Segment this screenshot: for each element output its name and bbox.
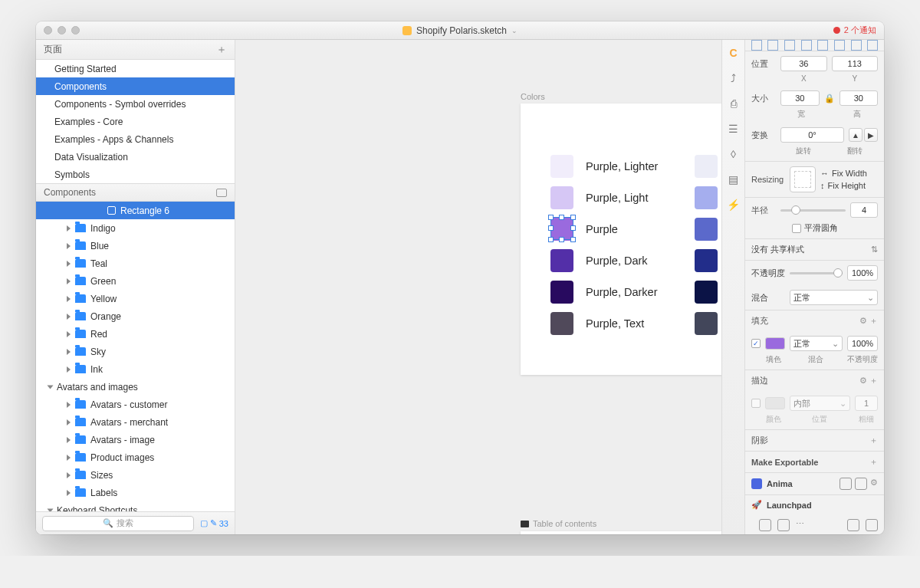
lp-tool3-icon[interactable] <box>847 519 859 531</box>
color-swatch-row[interactable]: Indigo, Text <box>695 312 721 335</box>
blend-select[interactable]: 正常⌄ <box>790 290 878 305</box>
page-item[interactable]: Examples - Apps & Channels <box>36 130 235 148</box>
color-swatch[interactable] <box>695 155 718 178</box>
export-icon[interactable]: ⤴ <box>727 71 740 84</box>
page-item[interactable]: Getting Started <box>36 60 235 77</box>
artboard-label-colors[interactable]: Colors <box>521 92 545 101</box>
layer-folder[interactable]: Orange <box>36 307 235 325</box>
layer-folder[interactable]: Green <box>36 272 235 290</box>
lp-tool4-icon[interactable] <box>866 519 878 531</box>
add-export-icon[interactable]: ＋ <box>869 456 878 468</box>
color-swatch-row[interactable]: Purple, Lighter <box>550 155 658 178</box>
flip-h-icon[interactable]: ▲ <box>849 128 863 142</box>
radius-input[interactable]: 4 <box>850 202 878 218</box>
color-swatch-row[interactable]: Purple, Darker <box>550 281 657 304</box>
page-item[interactable]: Components <box>36 77 235 95</box>
fix-width-toggle[interactable]: Fix Width <box>832 169 867 178</box>
layer-folder[interactable]: Yellow <box>36 290 235 307</box>
color-swatch-row[interactable]: Purple, Dark <box>550 249 648 272</box>
gear-icon[interactable]: ⚙ <box>859 376 867 385</box>
stroke-enabled-checkbox[interactable] <box>751 399 761 408</box>
align-top-icon[interactable] <box>801 40 812 51</box>
list-icon[interactable]: ☰ <box>727 122 740 135</box>
layer-folder[interactable]: Avatars - customer <box>36 396 235 413</box>
color-swatch-row[interactable]: Indigo, Dark <box>695 249 721 272</box>
export-section-header[interactable]: Make Exportable ＋ <box>745 452 884 472</box>
add-fill-icon[interactable]: ＋ <box>869 316 878 325</box>
stroke-width-input[interactable]: 1 <box>855 396 878 411</box>
anima-opt2-icon[interactable] <box>855 478 867 490</box>
align-center-h-icon[interactable] <box>767 40 778 51</box>
fill-blend-select[interactable]: 正常⌄ <box>790 336 843 351</box>
color-swatch[interactable] <box>550 312 573 335</box>
fill-enabled-checkbox[interactable]: ✓ <box>751 339 761 348</box>
radius-slider[interactable] <box>780 209 846 212</box>
page-item[interactable]: Symbols <box>36 166 235 183</box>
color-swatch[interactable] <box>695 281 718 304</box>
align-bottom-icon[interactable] <box>834 40 845 51</box>
plugin-anima[interactable]: Anima ⚙ <box>745 473 884 494</box>
distribute-h-icon[interactable] <box>851 40 862 51</box>
plugin-launchpad[interactable]: 🚀Launchpad <box>745 495 884 514</box>
bolt-icon[interactable]: ⚡ <box>727 198 740 211</box>
layer-folder[interactable]: Red <box>36 325 235 343</box>
add-page-icon[interactable]: ＋ <box>216 43 227 57</box>
color-swatch[interactable] <box>550 281 573 304</box>
color-swatch-row[interactable]: Purple, Light <box>550 186 648 209</box>
page-item[interactable]: Examples - Core <box>36 113 235 130</box>
layer-folder[interactable]: Avatars - merchant <box>36 413 235 431</box>
lock-icon[interactable]: 🔒 <box>824 94 835 103</box>
zoom-window-icon[interactable] <box>71 26 80 34</box>
stroke-color-swatch[interactable] <box>765 397 785 409</box>
fix-height-toggle[interactable]: Fix Height <box>828 181 866 190</box>
align-center-v-icon[interactable] <box>817 40 828 51</box>
layer-folder[interactable]: Sky <box>36 343 235 360</box>
add-shadow-icon[interactable]: ＋ <box>869 435 878 446</box>
color-swatch[interactable] <box>550 155 573 178</box>
width-input[interactable]: 30 <box>780 90 820 106</box>
fill-color-swatch[interactable] <box>765 337 785 350</box>
layer-folder[interactable]: Labels <box>36 484 235 501</box>
layer-folder[interactable]: Sizes <box>36 466 235 484</box>
smooth-corners-checkbox[interactable] <box>792 224 801 233</box>
rotate-input[interactable]: 0° <box>780 127 844 143</box>
resizing-constraints[interactable] <box>790 166 816 192</box>
shared-style-select[interactable]: 没有 共享样式 ⇅ <box>745 239 884 260</box>
color-swatch[interactable] <box>695 312 718 335</box>
height-input[interactable]: 30 <box>840 90 879 106</box>
align-right-icon[interactable] <box>784 40 795 51</box>
layers-view-icon[interactable] <box>216 189 227 197</box>
align-left-icon[interactable] <box>751 40 762 51</box>
color-swatch[interactable] <box>695 249 718 272</box>
gear-icon[interactable]: ⚙ <box>870 478 878 490</box>
color-swatch-row[interactable]: Indigo <box>695 218 721 241</box>
color-swatch[interactable] <box>695 186 718 209</box>
add-stroke-icon[interactable]: ＋ <box>869 376 878 385</box>
color-swatch[interactable] <box>550 186 573 209</box>
notification-badge[interactable]: 2 个通知 <box>833 25 876 36</box>
position-x-input[interactable]: 36 <box>780 56 827 71</box>
artboard-toc[interactable] <box>521 531 721 534</box>
chevron-down-icon[interactable]: ⌄ <box>511 27 518 34</box>
close-window-icon[interactable] <box>44 26 52 34</box>
color-swatch[interactable] <box>550 249 573 272</box>
lp-tool1-icon[interactable] <box>759 519 771 531</box>
layer-folder[interactable]: Indigo <box>36 219 235 237</box>
position-y-input[interactable]: 113 <box>832 56 879 71</box>
gear-icon[interactable]: ⚙ <box>859 316 867 325</box>
page-item[interactable]: Components - Symbol overrides <box>36 95 235 113</box>
layer-folder[interactable]: Ink <box>36 360 235 378</box>
color-swatch-row[interactable]: Indigo, Lighter <box>695 155 721 178</box>
anima-opt1-icon[interactable] <box>840 478 852 490</box>
more-icon[interactable]: ⋯ <box>796 519 804 531</box>
layer-selected-rect[interactable]: Rectangle 6 <box>36 202 235 219</box>
layer-folder[interactable]: Avatars - image <box>36 431 235 448</box>
cloud-icon[interactable]: C <box>727 46 740 59</box>
layer-folder[interactable]: Product images <box>36 448 235 466</box>
fill-opacity-input[interactable]: 100% <box>847 336 878 351</box>
color-swatch-row[interactable]: Indigo, Darker <box>695 281 721 304</box>
color-swatch-row[interactable]: Purple, Text <box>550 312 644 335</box>
layer-folder[interactable]: Teal <box>36 255 235 272</box>
lp-tool2-icon[interactable] <box>777 519 790 531</box>
printer-icon[interactable]: ⎙ <box>727 97 740 110</box>
